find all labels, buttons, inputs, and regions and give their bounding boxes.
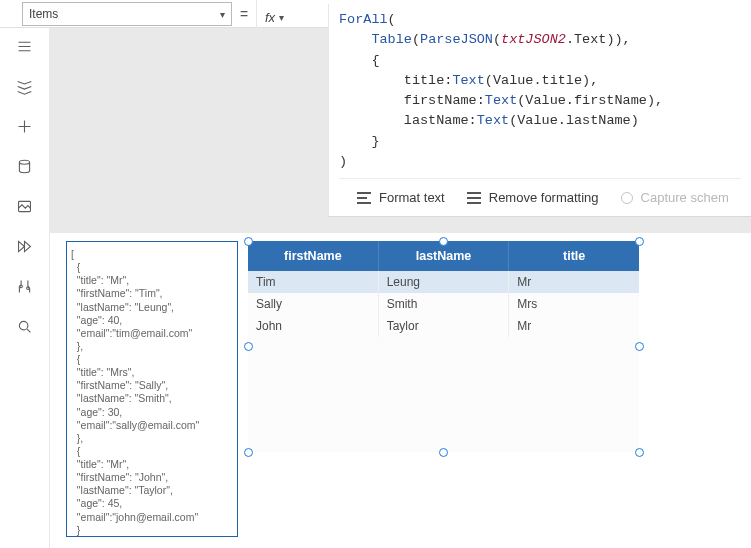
resize-handle-nw[interactable] (244, 237, 253, 246)
table-cell: Tim (248, 271, 379, 293)
format-text-label: Format text (379, 190, 445, 205)
table-cell: Smith (379, 293, 510, 315)
svg-point-4 (19, 321, 28, 330)
equals-label: = (232, 0, 256, 22)
fx-button[interactable]: fx ▾ (256, 0, 292, 28)
fx-label: fx (265, 10, 275, 25)
column-header[interactable]: title (509, 241, 639, 271)
table-cell: Taylor (379, 315, 510, 337)
property-dropdown-value: Items (29, 7, 58, 21)
column-header[interactable]: firstName (248, 241, 379, 271)
table-cell: Leung (379, 271, 510, 293)
data-icon[interactable] (15, 156, 35, 176)
resize-handle-s[interactable] (439, 448, 448, 457)
property-dropdown[interactable]: Items ▾ (22, 2, 232, 26)
left-rail (0, 28, 50, 548)
remove-formatting-label: Remove formatting (489, 190, 599, 205)
search-icon[interactable] (15, 316, 35, 336)
svg-point-0 (19, 160, 29, 164)
formula-editor[interactable]: ForAll( Table(ParseJSON(txtJSON2.Text)),… (328, 4, 751, 217)
resize-handle-ne[interactable] (635, 237, 644, 246)
remove-formatting-icon (467, 192, 481, 203)
resize-handle-w[interactable] (244, 342, 253, 351)
resize-handle-sw[interactable] (244, 448, 253, 457)
hamburger-icon[interactable] (15, 36, 35, 56)
table-row[interactable]: JohnTaylorMr (248, 315, 639, 337)
table-row[interactable]: TimLeungMr (248, 271, 639, 293)
capture-schema-label: Capture schem (641, 190, 729, 205)
capture-schema-button[interactable]: Capture schem (621, 190, 729, 205)
table-cell: Mr (509, 315, 639, 337)
svg-point-3 (27, 286, 30, 289)
formula-code[interactable]: ForAll( Table(ParseJSON(txtJSON2.Text)),… (339, 10, 741, 172)
format-text-icon (357, 192, 371, 203)
table-cell: Sally (248, 293, 379, 315)
format-text-button[interactable]: Format text (357, 190, 445, 205)
resize-handle-se[interactable] (635, 448, 644, 457)
data-table-body: TimLeungMrSallySmithMrsJohnTaylorMr (248, 271, 639, 337)
svg-point-2 (20, 285, 23, 288)
table-cell: John (248, 315, 379, 337)
resize-handle-e[interactable] (635, 342, 644, 351)
table-cell: Mrs (509, 293, 639, 315)
formula-toolbar: Format text Remove formatting Capture sc… (339, 178, 741, 216)
media-icon[interactable] (15, 196, 35, 216)
tree-view-icon[interactable] (15, 76, 35, 96)
txtjson2-input[interactable]: [ { "title": "Mr", "firstName": "Tim", "… (66, 241, 238, 537)
tools-icon[interactable] (15, 276, 35, 296)
chevron-down-icon: ▾ (279, 12, 284, 23)
table-cell: Mr (509, 271, 639, 293)
circle-icon (621, 192, 633, 204)
insert-icon[interactable] (15, 116, 35, 136)
data-table[interactable]: firstName lastName title TimLeungMrSally… (248, 241, 639, 452)
chevron-down-icon: ▾ (220, 9, 225, 20)
remove-formatting-button[interactable]: Remove formatting (467, 190, 599, 205)
power-automate-icon[interactable] (15, 236, 35, 256)
resize-handle-n[interactable] (439, 237, 448, 246)
table-row[interactable]: SallySmithMrs (248, 293, 639, 315)
